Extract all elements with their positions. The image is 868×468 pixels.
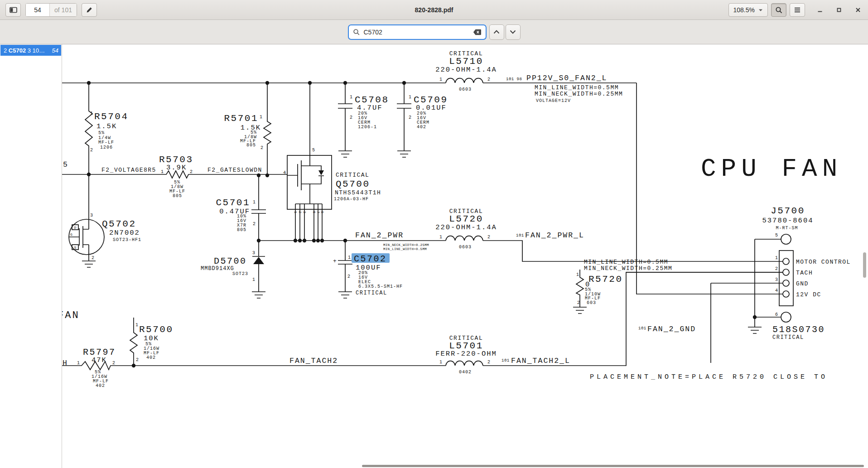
search-result-item[interactable]: 2 C5702 3 10… 54: [0, 45, 61, 56]
component-l5720-labels: CRITICAL L5720 220-OHM-1.4A 0603 1 2 101…: [435, 208, 584, 250]
net-pp12v-labels: 101 98 PP12V_S0_FAN2_L MIN_LINE_WIDTH=0.…: [506, 74, 623, 103]
c5709-package: 402: [417, 125, 426, 130]
c5702-critical: CRITICAL: [356, 290, 387, 296]
hamburger-icon: [794, 6, 801, 14]
component-c5701-symbol: [251, 175, 266, 241]
q5700-pin8: 8: [320, 211, 324, 213]
fan2pwrl-sheet-ref: 101: [516, 233, 524, 238]
q5700-pin5: 5: [312, 148, 315, 153]
search-result-snippet: 2 C5702 3 10…: [4, 47, 50, 54]
r5704-tolerance: 5%: [98, 130, 105, 135]
r5720-pin1: 1: [576, 272, 579, 277]
c5702-pin2: 2: [347, 274, 350, 279]
minimize-button[interactable]: [816, 6, 824, 14]
r5704-refdes: R5704: [94, 111, 129, 122]
r5703-value: 3.9K: [166, 164, 187, 172]
r5700-pin2: 2: [136, 357, 139, 362]
q5702-source-label: S: [74, 246, 77, 250]
pdf-page-canvas[interactable]: CRITICAL L5710 220-OHM-1.4A 0603 1 2 101…: [62, 44, 868, 468]
l5720-value: 220-OHM-1.4A: [435, 223, 497, 232]
component-d5700-labels: D5700 MMBD914XG SOT23 3 1: [201, 251, 255, 282]
j5700-refdes: J5700: [771, 206, 805, 216]
fan2pwr-min-line: MIN_LINE_WIDTH=0.5MM: [383, 247, 427, 251]
component-l5710-labels: CRITICAL L5710 220-OHM-1.4A 0603 1 2: [435, 50, 497, 92]
component-l5720-symbol: [446, 236, 483, 241]
fan-title-clip: FAN: [62, 310, 80, 321]
q5702-drain-label: D: [74, 226, 77, 230]
bottom-left-labels: FAN H: [62, 310, 80, 367]
l5701-package: 0402: [459, 370, 472, 375]
component-c5709-symbol: [397, 83, 411, 157]
fan2gnd-label: FAN_2_GND: [647, 325, 696, 333]
sheet-title: CPU FAN: [701, 154, 842, 183]
schematic-page: CRITICAL L5710 220-OHM-1.4A 0603 1 2 101…: [62, 44, 868, 468]
minimize-icon: [816, 6, 824, 14]
f2-voltage8r5-label: F2_VOLTAGE8R5: [101, 167, 156, 174]
q5700-package: 1206A-03-HF: [334, 197, 369, 202]
page-number-entry[interactable]: 54 of 101: [25, 3, 77, 17]
page-number-input[interactable]: 54: [26, 4, 49, 16]
r5720-min-neck: MIN_NECK_WIDTH=0.25MM: [584, 265, 672, 272]
r5704-package: 1206: [100, 145, 113, 150]
search-icon: [353, 29, 360, 36]
r5704-value: 1.5K: [96, 122, 117, 130]
q5700-value: NTHS5443T1H: [335, 189, 381, 196]
horizontal-scrollbar[interactable]: [362, 465, 864, 467]
find-previous-button[interactable]: [489, 24, 504, 40]
annotate-button[interactable]: [82, 3, 97, 17]
r5704-pin1: 1: [90, 111, 93, 116]
sidebar-toggle-button[interactable]: [5, 3, 21, 17]
q5700-pin6: 6: [312, 211, 316, 213]
r5797-value: 47K: [92, 356, 107, 364]
c5701-pin2: 2: [253, 222, 256, 227]
f2-gateslowdn-label: F2_GATESLOWDN: [207, 167, 262, 174]
q5702-gate-label: G: [70, 232, 72, 236]
search-entry[interactable]: C5702: [348, 24, 487, 40]
pp12v-min-neck: MIN_NECK_WIDTH=0.25MM: [535, 91, 623, 97]
r5720-placement-note: PLACEMENT_NOTE=PLACE R5720 CLOSE TO: [590, 373, 828, 381]
r5797-pin1: 1: [77, 361, 80, 366]
r5720-pin2: 2: [577, 300, 580, 305]
q5700-pin2: 2: [298, 211, 302, 213]
r5701-pin1: 1: [260, 115, 262, 120]
chevron-down-icon: [510, 30, 516, 34]
component-r5701-labels: R5701 1 1.5K 5% 1/8W MF-LF 805 2: [224, 113, 263, 150]
j5700-pin4-label: 12V DC: [796, 291, 821, 298]
zoom-level-dropdown[interactable]: 108.5%: [728, 3, 768, 17]
search-input-value[interactable]: C5702: [364, 29, 469, 36]
search-button[interactable]: [771, 3, 786, 17]
maximize-button[interactable]: [835, 6, 843, 14]
l5720-pin1: 1: [439, 235, 442, 240]
component-l5701-labels: CRITICAL L5701 FERR-220-OHM 0402 1 2: [435, 335, 497, 375]
close-icon: [854, 6, 862, 14]
component-r5704-labels: 1 R5704 1.5K 5% 1/4W MF-LF 1206 2: [90, 111, 129, 153]
search-results-sidebar: 2 C5702 3 10… 54: [0, 44, 62, 468]
component-l5701-symbol: [446, 361, 483, 366]
net-fan2gnd-labels: 101 FAN_2_GND: [638, 325, 696, 333]
d5700-refdes: D5700: [214, 256, 247, 266]
r5703-package: 805: [173, 193, 182, 198]
fantach2-label: FAN_TACH2: [289, 357, 338, 365]
r5720-package: 603: [587, 300, 596, 305]
clear-search-icon[interactable]: [473, 29, 482, 35]
vertical-scrollbar[interactable]: [863, 252, 866, 278]
r5703-pin1: 1: [161, 169, 164, 174]
pdf-viewer-window: 54 of 101 820-2828.pdf 108.5%: [0, 0, 868, 468]
l5710-pin1: 1: [439, 77, 442, 82]
l5710-value: 220-OHM-1.4A: [435, 66, 497, 74]
component-j5700-labels: J5700 53780-8604 M-RT-SM 5 1 2 3 4 6 MOT…: [762, 206, 850, 341]
component-r5701-symbol: [264, 83, 271, 175]
cpu-fan-title: CPU FAN: [701, 154, 842, 183]
close-button[interactable]: [854, 6, 862, 14]
find-next-button[interactable]: [506, 24, 521, 40]
d5700-value: MMBD914XG: [201, 265, 234, 272]
pp12v-min-line: MIN_LINE_WIDTH=0.5MM: [535, 84, 619, 91]
component-j5700-symbol: [626, 234, 793, 333]
pp12v-voltage: VOLTAGE=12V: [536, 98, 571, 103]
menu-button[interactable]: [790, 3, 805, 17]
component-c5702-labels: + 1 C5702 100UF 20% 16V ELEC 6.3X5.5-SM1…: [333, 253, 403, 296]
j5700-pin1: 1: [775, 256, 778, 261]
r5700-pin1: 1: [135, 323, 138, 328]
q5702-refdes: Q5702: [102, 219, 136, 229]
component-c5701-labels: C5701 1 0.47UF 10% 16V X7R 805 2: [216, 198, 256, 232]
